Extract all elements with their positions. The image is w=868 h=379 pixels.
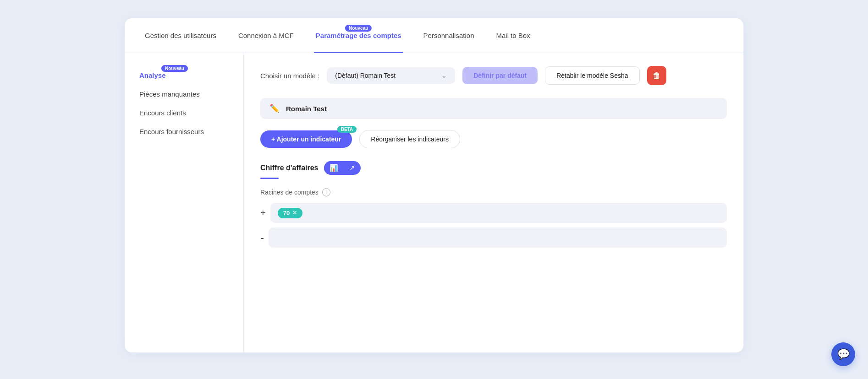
- sidebar-label-encours-clients: Encours clients: [139, 109, 186, 117]
- chevron-down-icon: ⌄: [441, 72, 447, 79]
- top-nav: Gestion des utilisateursConnexion à MCFN…: [125, 18, 743, 53]
- section-header: Chiffre d'affaires 📊 ↗: [260, 161, 727, 175]
- model-select-dropdown[interactable]: (Défaut) Romain Test ⌄: [327, 67, 455, 84]
- restore-model-button[interactable]: Rétablir le modèle Sesha: [545, 66, 639, 85]
- nav-item-gestion[interactable]: Gestion des utilisateurs: [143, 18, 218, 53]
- name-field-value: Romain Test: [286, 105, 327, 113]
- section-title: Chiffre d'affaires: [260, 164, 319, 172]
- chat-bubble-button[interactable]: 💬: [831, 342, 855, 366]
- racines-minus-row: -: [260, 227, 727, 248]
- racines-label-row: Racines de comptes i: [260, 188, 727, 196]
- chart-type-toggle: 📊 ↗: [324, 161, 361, 175]
- chat-icon: 💬: [837, 348, 850, 360]
- sidebar: NouveauAnalysePièces manquantesEncours c…: [125, 53, 244, 352]
- sidebar-label-encours-fournisseurs: Encours fournisseurs: [139, 128, 204, 135]
- name-field-row: ✏️ Romain Test: [260, 98, 727, 119]
- minus-button[interactable]: -: [260, 231, 264, 244]
- line-chart-icon: ↗: [349, 164, 355, 172]
- sidebar-label-analyse: Analyse: [139, 71, 166, 79]
- sidebar-item-encours-clients[interactable]: Encours clients: [137, 105, 231, 120]
- model-row: Choisir un modèle : (Défaut) Romain Test…: [260, 66, 727, 85]
- add-indicator-label: + Ajouter un indicateur: [271, 135, 341, 143]
- tag-value: 70: [283, 210, 290, 217]
- nav-item-label-connexion: Connexion à MCF: [238, 32, 294, 39]
- bar-chart-icon: 📊: [330, 164, 338, 172]
- reorganize-button[interactable]: Réorganiser les indicateurs: [359, 130, 460, 148]
- line-chart-button[interactable]: ↗: [344, 161, 361, 175]
- sidebar-label-pieces: Pièces manquantes: [139, 90, 200, 98]
- set-default-button[interactable]: Définir par défaut: [462, 67, 538, 84]
- racines-label: Racines de comptes: [260, 189, 319, 196]
- sidebar-badge-analyse: Nouveau: [161, 65, 188, 72]
- nav-item-label-mailtobox: Mail to Box: [496, 32, 530, 39]
- racines-plus-row: + 70 ✕: [260, 203, 727, 223]
- delete-model-button[interactable]: 🗑: [647, 66, 666, 85]
- model-select-value: (Défaut) Romain Test: [335, 72, 438, 79]
- tag-70: 70 ✕: [278, 208, 302, 218]
- nav-item-mailtobox[interactable]: Mail to Box: [494, 18, 532, 53]
- section-underline: [260, 178, 279, 179]
- model-label: Choisir un modèle :: [260, 72, 319, 80]
- racines-tag-input[interactable]: 70 ✕: [270, 203, 727, 223]
- nav-item-label-personnalisation: Personnalisation: [423, 32, 474, 39]
- tag-remove-icon[interactable]: ✕: [292, 210, 297, 216]
- nav-badge-parametrage: Nouveau: [345, 25, 372, 32]
- nav-item-parametrage[interactable]: NouveauParamétrage des comptes: [314, 18, 403, 53]
- nav-item-label-parametrage: Paramétrage des comptes: [316, 32, 401, 39]
- sidebar-item-analyse[interactable]: NouveauAnalyse: [137, 68, 231, 83]
- racines-minus-input[interactable]: [269, 227, 727, 248]
- actions-row: + Ajouter un indicateur BETA Réorganiser…: [260, 130, 727, 148]
- bar-chart-button[interactable]: 📊: [324, 161, 344, 175]
- add-indicator-button[interactable]: + Ajouter un indicateur BETA: [260, 130, 352, 148]
- nav-item-personnalisation[interactable]: Personnalisation: [422, 18, 476, 53]
- beta-badge: BETA: [337, 126, 357, 133]
- edit-icon: ✏️: [269, 103, 280, 114]
- sidebar-item-encours-fournisseurs[interactable]: Encours fournisseurs: [137, 124, 231, 139]
- main-content: Choisir un modèle : (Défaut) Romain Test…: [244, 53, 743, 352]
- plus-button[interactable]: +: [260, 208, 266, 218]
- nav-item-connexion[interactable]: Connexion à MCF: [236, 18, 296, 53]
- nav-item-label-gestion: Gestion des utilisateurs: [145, 32, 216, 39]
- sidebar-item-pieces[interactable]: Pièces manquantes: [137, 87, 231, 102]
- info-icon[interactable]: i: [322, 188, 330, 196]
- racines-section: Racines de comptes i + 70 ✕ -: [260, 188, 727, 248]
- trash-icon: 🗑: [653, 71, 661, 81]
